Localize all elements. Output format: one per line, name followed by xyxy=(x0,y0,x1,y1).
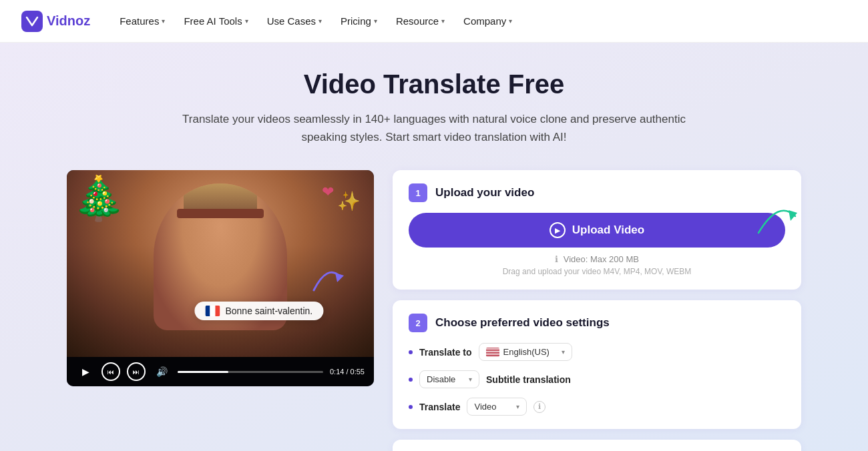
bokeh-lights: ✨ xyxy=(337,190,361,212)
chevron-down-icon: ▾ xyxy=(562,348,565,356)
next-button[interactable]: ⏭ xyxy=(127,362,146,381)
hat-band xyxy=(177,209,264,218)
language-value: English(US) xyxy=(503,347,550,357)
translate-to-label: Translate to xyxy=(419,347,472,358)
step1-badge: 1 xyxy=(409,183,427,202)
subtitle-row: Disable ▾ Subtitle translation xyxy=(409,370,785,388)
hero-subtitle: Translate your videos seamlessly in 140+… xyxy=(174,110,694,146)
nav-item-resource[interactable]: Resource ▾ xyxy=(388,10,453,32)
chevron-down-icon: ▾ xyxy=(374,17,377,25)
content-row: 🎄 ✨ ❤ xyxy=(67,170,801,451)
prev-button[interactable]: ⏮ xyxy=(101,362,120,381)
nav-item-use-cases[interactable]: Use Cases ▾ xyxy=(259,10,330,32)
svg-marker-1 xyxy=(335,273,344,282)
nav-item-free-ai-tools[interactable]: Free AI Tools ▾ xyxy=(176,10,256,32)
video-time: 0:14 / 0:55 xyxy=(330,368,365,376)
bullet-icon xyxy=(409,405,413,409)
upload-video-button[interactable]: ▶ Upload Video xyxy=(409,213,785,248)
language-select[interactable]: English(US) ▾ xyxy=(479,343,572,361)
chevron-down-icon: ▾ xyxy=(441,17,445,25)
translate-to-row: Translate to English(US) ▾ xyxy=(409,343,785,361)
step1-card: 1 Upload your video ▶ Upload Video ℹ xyxy=(393,170,801,290)
step3-card: 3 Click Translate Now to start Translate… xyxy=(393,440,801,451)
svg-marker-2 xyxy=(789,210,797,221)
heart-decoration: ❤ xyxy=(322,183,334,201)
video-controls: ▶ ⏮ ⏭ 🔊 0:14 / 0:55 xyxy=(67,357,374,386)
nav-item-pricing[interactable]: Pricing ▾ xyxy=(333,10,385,32)
page-title: Video Translate Free xyxy=(21,69,847,99)
logo-text: Vidnoz xyxy=(47,13,90,29)
xmas-tree-decoration: 🎄 xyxy=(72,177,126,219)
chevron-down-icon: ▾ xyxy=(469,376,472,383)
hat xyxy=(184,183,257,210)
navbar: Vidnoz Features ▾ Free AI Tools ▾ Use Ca… xyxy=(0,0,868,43)
info-icon: ℹ xyxy=(555,254,558,264)
logo[interactable]: Vidnoz xyxy=(21,11,90,32)
step1-header: 1 Upload your video xyxy=(409,183,785,202)
teal-arrow-icon xyxy=(745,186,805,246)
step2-card: 2 Choose preferred video settings Transl… xyxy=(393,300,801,429)
hero-section: Video Translate Free Translate your vide… xyxy=(21,69,847,146)
chevron-down-icon: ▾ xyxy=(162,17,165,25)
translate-row: Translate Video ▾ ℹ xyxy=(409,398,785,416)
arrow-decoration-svg xyxy=(307,257,347,297)
translate-value: Video xyxy=(474,402,496,412)
step2-badge: 2 xyxy=(409,314,427,332)
chevron-down-icon: ▾ xyxy=(318,17,322,25)
translate-label: Translate xyxy=(419,402,460,412)
svg-rect-0 xyxy=(21,11,43,32)
volume-button[interactable]: 🔊 xyxy=(152,362,171,381)
step2-header: 2 Choose preferred video settings xyxy=(409,314,785,332)
step1-title: Upload your video xyxy=(435,186,534,199)
nav-item-company[interactable]: Company ▾ xyxy=(455,10,520,32)
upload-info: ℹ Video: Max 200 MB xyxy=(409,254,785,264)
subtitle-text: Bonne saint-valentin. xyxy=(225,306,312,316)
video-scene: 🎄 ✨ ❤ xyxy=(67,170,374,357)
translate-select[interactable]: Video ▾ xyxy=(467,398,527,416)
subtitle-label: Subtitle translation xyxy=(486,374,571,385)
video-frame: 🎄 ✨ ❤ xyxy=(67,170,374,357)
upload-section: ▶ Upload Video xyxy=(409,213,785,248)
progress-fill xyxy=(178,371,228,373)
bullet-icon xyxy=(409,378,413,382)
chevron-down-icon: ▾ xyxy=(245,17,248,25)
right-panel: 1 Upload your video ▶ Upload Video ℹ xyxy=(393,170,801,451)
chevron-down-icon: ▾ xyxy=(516,403,519,410)
upload-play-icon: ▶ xyxy=(550,222,566,238)
nav-links: Features ▾ Free AI Tools ▾ Use Cases ▾ P… xyxy=(112,10,520,32)
main-content: Video Translate Free Translate your vide… xyxy=(0,43,868,451)
progress-bar[interactable] xyxy=(178,371,323,373)
step2-title: Choose preferred video settings xyxy=(435,316,610,330)
upload-formats: Drag and upload your video M4V, MP4, MOV… xyxy=(409,267,785,276)
subtitle-bubble: Bonne saint-valentin. xyxy=(194,302,323,320)
play-button[interactable]: ▶ xyxy=(76,362,95,381)
french-flag-icon xyxy=(205,306,220,316)
info-circle-icon[interactable]: ℹ xyxy=(533,401,546,413)
chevron-down-icon: ▾ xyxy=(509,17,512,25)
nav-item-features[interactable]: Features ▾ xyxy=(112,10,173,32)
us-flag-icon xyxy=(486,348,499,357)
video-player: 🎄 ✨ ❤ xyxy=(67,170,374,386)
subtitle-value: Disable xyxy=(427,374,455,384)
subtitle-select[interactable]: Disable ▾ xyxy=(419,370,479,388)
bullet-icon xyxy=(409,350,413,354)
